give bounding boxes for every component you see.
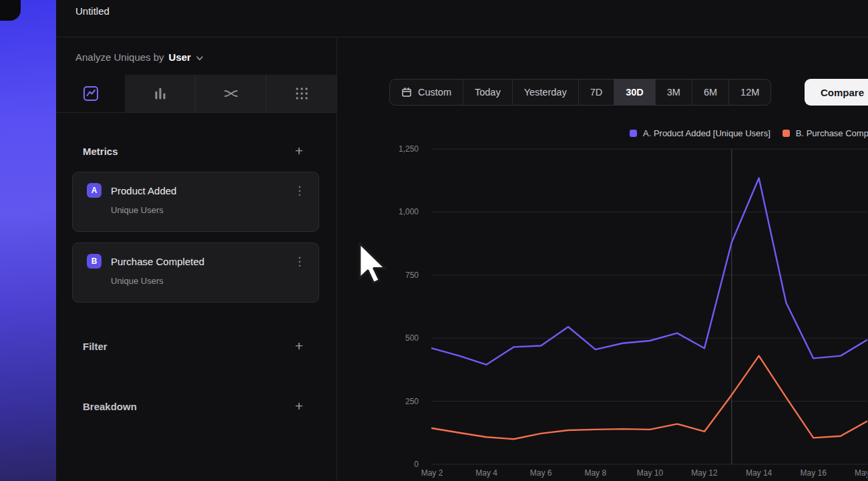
range-6m-button[interactable]: 6M xyxy=(692,79,728,105)
range-label: 7D xyxy=(590,87,603,98)
metric-card-b[interactable]: B Purchase Completed ⋮ Unique Users xyxy=(72,243,319,303)
x-axis-tick: May 6 xyxy=(530,468,552,478)
metric-subtitle[interactable]: Unique Users xyxy=(111,276,308,286)
range-yesterday-button[interactable]: Yesterday xyxy=(512,79,578,105)
date-range-control: Custom Today Yesterday 7D 30D 3M 6M 12M xyxy=(389,79,771,106)
range-3m-button[interactable]: 3M xyxy=(655,79,692,105)
date-range-toolbar: Custom Today Yesterday 7D 30D 3M 6M 12M xyxy=(389,79,771,106)
range-7d-button[interactable]: 7D xyxy=(578,79,614,105)
range-custom-button[interactable]: Custom xyxy=(390,79,463,105)
metric-cards: A Product Added ⋮ Unique Users B Purchas… xyxy=(56,172,337,303)
chart-panel: Custom Today Yesterday 7D 30D 3M 6M 12M … xyxy=(337,37,868,481)
series-line xyxy=(432,356,867,440)
window-corner xyxy=(0,0,21,21)
tab-grid-dots[interactable] xyxy=(266,75,337,112)
add-breakdown-button[interactable]: + xyxy=(295,400,303,412)
filter-section-header: Filter + xyxy=(56,340,337,352)
more-options-icon[interactable]: ⋮ xyxy=(291,255,308,269)
metrics-section-header: Metrics + xyxy=(56,145,337,157)
breakdown-heading: Breakdown xyxy=(83,401,137,412)
range-label: 3M xyxy=(667,87,680,98)
range-label: Yesterday xyxy=(524,87,567,98)
calendar-icon xyxy=(401,87,412,98)
range-today-button[interactable]: Today xyxy=(463,79,512,105)
series-line xyxy=(432,178,867,364)
metric-card-a[interactable]: A Product Added ⋮ Unique Users xyxy=(72,172,319,232)
add-filter-button[interactable]: + xyxy=(295,340,303,352)
range-label: 30D xyxy=(626,87,644,98)
y-axis-tick: 500 xyxy=(405,333,419,343)
analyze-by-label: Analyze Uniques by xyxy=(75,51,164,63)
y-axis-tick: 1,250 xyxy=(399,144,419,154)
app-window: Untitled Analyze Uniques by User xyxy=(56,0,868,481)
x-axis-tick: May 10 xyxy=(637,468,664,478)
y-axis-tick: 1,000 xyxy=(399,207,419,216)
x-axis-tick: May 12 xyxy=(691,468,718,478)
y-axis-tick: 750 xyxy=(405,271,419,280)
breakdown-section-header: Breakdown + xyxy=(56,400,337,412)
tab-flows[interactable] xyxy=(195,75,266,112)
range-30d-button[interactable]: 30D xyxy=(614,79,655,105)
x-axis-tick: May 18 xyxy=(855,468,867,478)
chart-type-tabs xyxy=(56,75,337,113)
compare-button[interactable]: Compare xyxy=(805,79,868,106)
metric-badge-b: B xyxy=(87,254,101,269)
more-options-icon[interactable]: ⋮ xyxy=(291,184,308,198)
inactive-tab-group xyxy=(125,75,337,112)
range-label: 12M xyxy=(740,87,759,98)
x-axis-tick: May 14 xyxy=(746,468,773,478)
metric-subtitle[interactable]: Unique Users xyxy=(111,205,308,215)
flows-icon xyxy=(223,86,239,102)
metric-name[interactable]: Purchase Completed xyxy=(111,256,204,267)
analyze-by-value[interactable]: User xyxy=(169,51,191,63)
metric-badge-a: A xyxy=(87,183,101,198)
line-chart-icon xyxy=(83,86,99,102)
report-title[interactable]: Untitled xyxy=(75,5,868,17)
range-label: 6M xyxy=(704,87,717,98)
sidebar: Analyze Uniques by User xyxy=(56,37,337,481)
line-chart[interactable]: 02505007501,0001,250May 2May 4May 6May 8… xyxy=(337,130,867,481)
x-axis-tick: May 8 xyxy=(584,468,606,478)
range-label: Today xyxy=(475,87,501,98)
x-axis-tick: May 2 xyxy=(421,468,443,478)
x-axis-tick: May 16 xyxy=(801,468,827,478)
range-label: Custom xyxy=(418,87,451,98)
analyze-by-control[interactable]: Analyze Uniques by User xyxy=(56,37,337,75)
tab-line-chart[interactable] xyxy=(56,75,125,112)
tab-bar-chart[interactable] xyxy=(125,75,195,112)
left-gradient-strip xyxy=(0,0,56,481)
bar-chart-icon xyxy=(152,86,168,102)
top-bar: Untitled xyxy=(56,0,868,37)
grid-dots-icon xyxy=(294,86,310,102)
y-axis-tick: 0 xyxy=(414,460,419,469)
y-axis-tick: 250 xyxy=(405,397,419,406)
chevron-down-icon xyxy=(196,54,204,62)
metrics-heading: Metrics xyxy=(83,146,118,157)
filter-heading: Filter xyxy=(83,341,107,352)
range-12m-button[interactable]: 12M xyxy=(728,79,771,105)
x-axis-tick: May 4 xyxy=(475,468,497,478)
metric-name[interactable]: Product Added xyxy=(111,185,176,196)
add-metric-button[interactable]: + xyxy=(295,145,303,157)
